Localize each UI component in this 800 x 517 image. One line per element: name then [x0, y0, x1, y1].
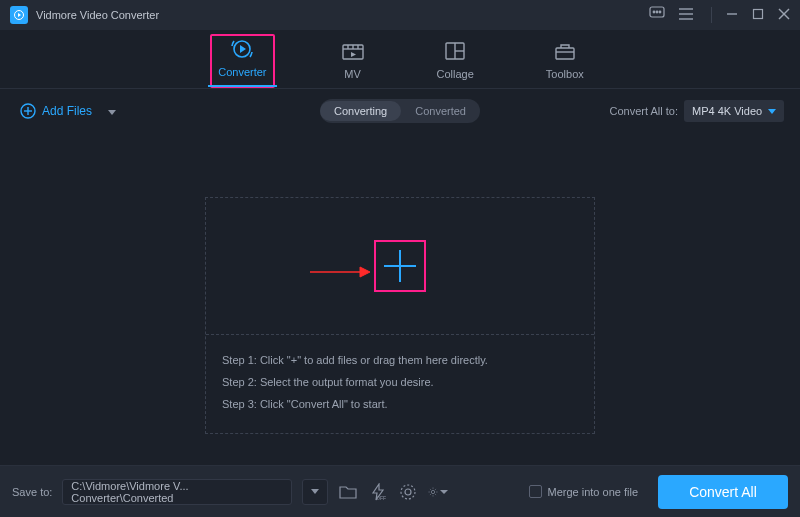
svg-marker-30	[360, 267, 370, 277]
high-speed-icon[interactable]	[398, 482, 418, 502]
format-value: MP4 4K Video	[692, 105, 762, 117]
bottom-bar: Save to: C:\Vidmore\Vidmore V... Convert…	[0, 465, 800, 517]
hardware-accel-icon[interactable]: OFF	[368, 482, 388, 502]
tab-mv[interactable]: MV	[335, 36, 371, 88]
title-bar: Vidmore Video Converter	[0, 0, 800, 30]
main-tabs: Converter MV Collage Toolbox	[0, 30, 800, 88]
merge-label: Merge into one file	[548, 486, 639, 498]
app-logo	[10, 6, 28, 24]
merge-checkbox[interactable]: Merge into one file	[529, 485, 639, 498]
svg-point-35	[405, 489, 411, 495]
chevron-down-icon	[768, 109, 776, 114]
settings-icon[interactable]	[428, 482, 448, 502]
toggle-converted[interactable]: Converted	[401, 101, 480, 121]
toggle-converting[interactable]: Converting	[320, 101, 401, 121]
chevron-down-icon	[440, 490, 448, 494]
svg-marker-20	[351, 52, 356, 57]
checkbox-icon	[529, 485, 542, 498]
tab-label: Toolbox	[546, 68, 584, 80]
feedback-icon[interactable]	[649, 6, 665, 24]
step-2: Step 2: Select the output format you des…	[222, 371, 578, 393]
save-to-label: Save to:	[12, 486, 52, 498]
add-files-button[interactable]: Add Files	[20, 103, 116, 119]
add-files-plus-button[interactable]	[374, 240, 426, 292]
tab-label: Collage	[437, 68, 474, 80]
separator	[711, 7, 712, 23]
convert-all-to-label: Convert All to:	[610, 105, 678, 117]
svg-marker-1	[18, 13, 21, 17]
open-folder-icon[interactable]	[338, 482, 358, 502]
tab-collage[interactable]: Collage	[431, 36, 480, 88]
svg-point-5	[659, 11, 661, 13]
close-icon[interactable]	[778, 6, 790, 24]
svg-rect-24	[556, 48, 574, 59]
arrow-annotation	[310, 266, 370, 278]
tab-label: MV	[344, 68, 361, 80]
svg-text:OFF: OFF	[376, 495, 386, 501]
tab-toolbox[interactable]: Toolbox	[540, 36, 590, 88]
minimize-icon[interactable]	[726, 6, 738, 24]
menu-icon[interactable]	[679, 6, 693, 24]
chevron-down-icon[interactable]	[98, 104, 116, 118]
svg-point-34	[401, 485, 415, 499]
save-path-display[interactable]: C:\Vidmore\Vidmore V... Converter\Conver…	[62, 479, 292, 505]
step-1: Step 1: Click "+" to add files or drag t…	[222, 349, 578, 371]
sub-bar: Add Files Converting Converted Convert A…	[0, 89, 800, 133]
app-title: Vidmore Video Converter	[36, 9, 159, 21]
save-path-dropdown[interactable]	[302, 479, 328, 505]
add-files-label: Add Files	[42, 104, 92, 118]
instruction-steps: Step 1: Click "+" to add files or drag t…	[206, 335, 594, 433]
status-toggle: Converting Converted	[320, 99, 480, 123]
maximize-icon[interactable]	[752, 6, 764, 24]
output-format-dropdown[interactable]: MP4 4K Video	[684, 100, 784, 122]
drop-zone[interactable]: Step 1: Click "+" to add files or drag t…	[205, 197, 595, 434]
step-3: Step 3: Click "Convert All" to start.	[222, 393, 578, 415]
svg-point-36	[432, 490, 435, 493]
svg-marker-14	[240, 45, 246, 53]
convert-all-button[interactable]: Convert All	[658, 475, 788, 509]
tab-label: Converter	[218, 66, 266, 78]
svg-point-3	[653, 11, 655, 13]
tab-converter[interactable]: Converter	[210, 34, 274, 88]
svg-rect-10	[754, 10, 763, 19]
svg-point-4	[656, 11, 658, 13]
